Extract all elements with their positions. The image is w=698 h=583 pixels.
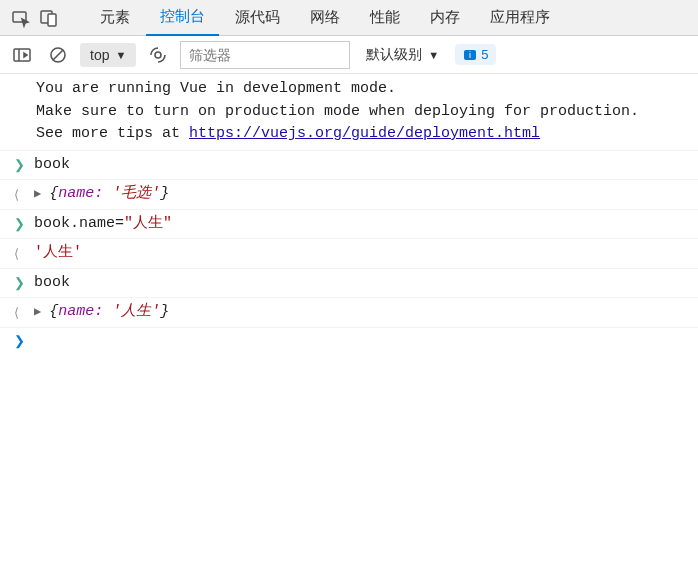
console-input-row: ❯ book (0, 151, 698, 181)
svg-line-7 (53, 50, 63, 60)
input-arrow-icon: ❯ (14, 273, 26, 293)
devtools-tabs-bar: 元素 控制台 源代码 网络 性能 内存 应用程序 (0, 0, 698, 36)
issues-badge[interactable]: i 5 (455, 44, 496, 65)
command-text: book (34, 272, 70, 295)
svg-point-8 (155, 52, 161, 58)
log-level-select[interactable]: 默认级别 ▼ (358, 42, 447, 68)
console-toolbar: top ▼ 默认级别 ▼ i 5 (0, 36, 698, 74)
log-line: Make sure to turn on production mode whe… (36, 101, 688, 124)
tab-application[interactable]: 应用程序 (476, 0, 564, 35)
prompt-arrow-icon: ❯ (14, 331, 26, 351)
result-string: '人生' (34, 242, 82, 265)
console-prompt-row[interactable]: ❯ (0, 328, 698, 354)
filter-input[interactable] (180, 41, 350, 69)
command-text: book.name="人生" (34, 213, 172, 236)
log-text: See more tips at (36, 125, 189, 142)
tab-elements[interactable]: 元素 (86, 0, 144, 35)
inspect-element-icon[interactable] (8, 5, 34, 31)
object-value: '毛选' (112, 185, 160, 202)
level-label: 默认级别 (366, 46, 422, 64)
object-preview[interactable]: {name: '人生'} (49, 301, 169, 324)
log-line: See more tips at https://vuejs.org/guide… (36, 123, 688, 146)
tab-network[interactable]: 网络 (296, 0, 354, 35)
deployment-link[interactable]: https://vuejs.org/guide/deployment.html (189, 125, 540, 142)
brace-open: { (49, 303, 58, 320)
live-expression-icon[interactable] (144, 41, 172, 69)
object-value: '人生' (112, 303, 160, 320)
chevron-down-icon: ▼ (115, 49, 126, 61)
tab-performance[interactable]: 性能 (356, 0, 414, 35)
svg-marker-5 (24, 53, 27, 57)
svg-rect-2 (48, 14, 56, 26)
device-toolbar-icon[interactable] (36, 5, 62, 31)
tab-sources[interactable]: 源代码 (221, 0, 294, 35)
issue-count: 5 (481, 47, 488, 62)
log-line: You are running Vue in development mode. (36, 78, 688, 101)
clear-console-icon[interactable] (44, 41, 72, 69)
console-result-row: ⟨ ▶ {name: '人生'} (0, 298, 698, 328)
object-preview[interactable]: {name: '毛选'} (49, 183, 169, 206)
command-text: book (34, 154, 70, 177)
object-key: name: (58, 303, 103, 320)
console-log-message: You are running Vue in development mode.… (0, 74, 698, 151)
tab-console[interactable]: 控制台 (146, 0, 219, 36)
console-result-row: ⟨ ▶ {name: '毛选'} (0, 180, 698, 210)
cmd-rhs: "人生" (124, 215, 172, 232)
brace-close: } (160, 303, 169, 320)
output-arrow-icon: ⟨ (14, 185, 26, 205)
expand-object-icon[interactable]: ▶ (34, 303, 41, 321)
context-label: top (90, 47, 109, 63)
output-arrow-icon: ⟨ (14, 244, 26, 264)
toggle-sidebar-icon[interactable] (8, 41, 36, 69)
svg-text:i: i (469, 50, 471, 60)
console-result-row: ⟨ '人生' (0, 239, 698, 269)
expand-object-icon[interactable]: ▶ (34, 185, 41, 203)
execution-context-select[interactable]: top ▼ (80, 43, 136, 67)
issue-info-icon: i (463, 48, 477, 62)
brace-close: } (160, 185, 169, 202)
tab-memory[interactable]: 内存 (416, 0, 474, 35)
brace-open: { (49, 185, 58, 202)
output-arrow-icon: ⟨ (14, 303, 26, 323)
input-arrow-icon: ❯ (14, 155, 26, 175)
chevron-down-icon: ▼ (428, 49, 439, 61)
console-input-row: ❯ book.name="人生" (0, 210, 698, 240)
input-arrow-icon: ❯ (14, 214, 26, 234)
console-input-row: ❯ book (0, 269, 698, 299)
object-key: name: (58, 185, 103, 202)
cmd-lhs: book.name= (34, 215, 124, 232)
console-output: You are running Vue in development mode.… (0, 74, 698, 353)
